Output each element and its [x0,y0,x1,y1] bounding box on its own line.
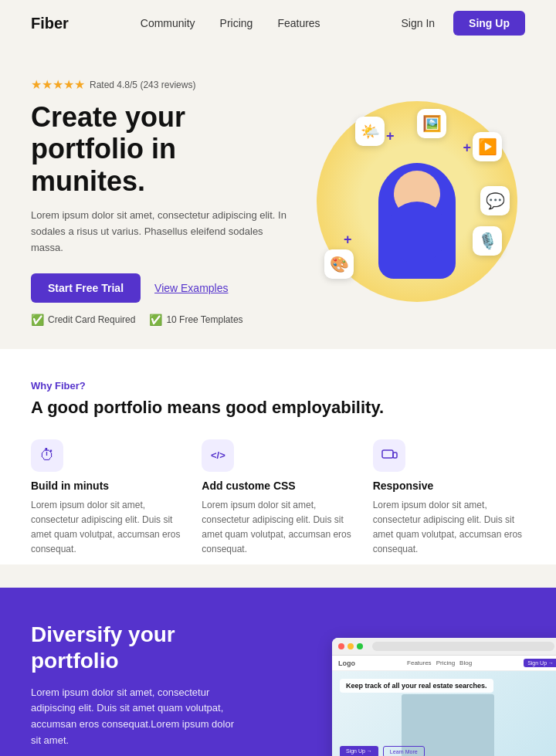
plus-icon-2: + [386,128,395,144]
diversify-content: Diversify your portfolio Lorem ipsum dol… [0,588,267,756]
diversify-title: Diversify your portfolio [31,622,236,673]
timer-icon: ⏱ [31,439,63,472]
feature-desc-build: Lorem ipsum dolor sit amet, consectetur … [31,498,183,558]
browser-nav-links: Features Pricing Blog [407,659,472,666]
browser-dot-min [348,643,354,649]
navbar: Fiber Community Pricing Features Sign In… [0,0,556,46]
floating-icon-3: ▶️ [473,132,502,161]
diversify-description: Lorem ipsum dolor sit amet, consectetur … [31,685,236,749]
browser-nav-blog: Blog [459,659,472,666]
hero-buttons: Start Free Trial View Examples [31,273,293,303]
feature-desc-css: Lorem ipsum dolor sit amet, consectetur … [202,498,354,558]
browser-inner-btn-2: Learn More [383,746,425,756]
hero-badge-cc: ✅ Credit Card Required [31,314,135,326]
check-icon-templates: ✅ [149,314,162,326]
browser-address-bar [372,642,554,651]
floating-icon-4: 💬 [480,186,510,215]
hero-description: Lorem ipsum dolor sit amet, consectetur … [31,208,293,256]
feature-icon-css: </> [202,439,354,472]
browser-nav-pricing: Pricing [436,659,455,666]
signin-button[interactable]: Sign In [392,12,445,34]
start-free-trial-button[interactable]: Start Free Trial [31,273,141,303]
feature-desc-responsive: Lorem ipsum dolor sit amet, consectetur … [373,498,525,558]
signup-button[interactable]: Sing Up [453,11,525,36]
badge-templates-label: 10 Free Templates [166,314,242,325]
browser-dot-close [338,643,344,649]
browser-signup-btn[interactable]: Sign Up → [524,659,556,667]
badge-cc-label: Credit Card Required [48,314,135,325]
browser-hero-image: Keep track of all your real estate searc… [332,671,556,756]
feature-css: </> Add custome CSS Lorem ipsum dolor si… [202,439,354,558]
nav-link-features[interactable]: Features [277,17,320,29]
browser-nav: Logo Features Pricing Blog Sign Up → [332,656,556,671]
features-grid: ⏱ Build in minuts Lorem ipsum dolor sit … [31,439,525,558]
hero-title: Create your portfolio in munites. [31,101,293,197]
why-label: Why Fiber? [31,380,525,392]
feature-icon-build: ⏱ [31,439,183,472]
hero-content: ★★★★★ Rated 4.8/5 (243 reviews) Create y… [31,77,293,326]
svg-rect-1 [393,453,397,458]
browser-nav-features: Features [407,659,432,666]
feature-title-build: Build in minuts [31,480,183,492]
diversify-section: Diversify your portfolio Lorem ipsum dol… [0,588,556,756]
hero-badge-templates: ✅ 10 Free Templates [149,314,242,326]
why-title: A good portfolio means good employabilit… [31,398,525,418]
browser-mockup: Logo Features Pricing Blog Sign Up → Kee… [332,638,556,756]
nav-link-pricing[interactable]: Pricing [220,17,253,29]
browser-content: Logo Features Pricing Blog Sign Up → Kee… [332,656,556,756]
floating-icon-5: 🎙️ [473,226,502,256]
diversify-image: Logo Features Pricing Blog Sign Up → Kee… [267,588,556,756]
browser-cta-area: Sign Up → Learn More [340,746,425,756]
feature-icon-responsive [373,439,525,472]
browser-site-logo: Logo [338,659,355,667]
floating-icon-2: 🖼️ [417,109,446,138]
plus-icon-1: + [463,140,471,156]
navbar-logo: Fiber [31,15,69,32]
navbar-actions: Sign In Sing Up [392,11,525,36]
rating-stars: ★★★★★ [31,77,85,92]
browser-overlay-text: Keep track of all your real estate searc… [340,679,493,693]
why-section: Why Fiber? A good portfolio means good e… [0,349,556,565]
feature-responsive: Responsive Lorem ipsum dolor sit amet, c… [373,439,525,558]
hero-section: ★★★★★ Rated 4.8/5 (243 reviews) Create y… [0,46,556,349]
browser-inner-btn: Sign Up → [340,746,378,756]
rating-text: Rated 4.8/5 (243 reviews) [90,80,195,90]
check-icon-cc: ✅ [31,314,44,326]
hero-illustration: 🌤️ 🖼️ ▶️ 💬 🎙️ 🎨 + + + [317,101,517,302]
browser-dot-max [357,643,363,649]
svg-rect-0 [382,450,393,458]
hero-badges: ✅ Credit Card Required ✅ 10 Free Templat… [31,314,293,326]
responsive-icon [373,439,405,472]
floating-icon-6: 🎨 [324,249,354,279]
browser-bar [332,638,556,656]
nav-link-community[interactable]: Community [141,17,195,29]
hero-rating: ★★★★★ Rated 4.8/5 (243 reviews) [31,77,293,92]
feature-build: ⏱ Build in minuts Lorem ipsum dolor sit … [31,439,183,558]
feature-title-responsive: Responsive [373,480,525,492]
hero-image: 🌤️ 🖼️ ▶️ 💬 🎙️ 🎨 + + + [309,101,525,302]
code-icon: </> [202,439,234,472]
feature-title-css: Add custome CSS [202,480,354,492]
floating-icon-1: 🌤️ [355,117,385,146]
plus-icon-3: + [344,232,352,248]
navbar-links: Community Pricing Features [141,17,320,29]
view-examples-button[interactable]: View Examples [154,282,228,294]
